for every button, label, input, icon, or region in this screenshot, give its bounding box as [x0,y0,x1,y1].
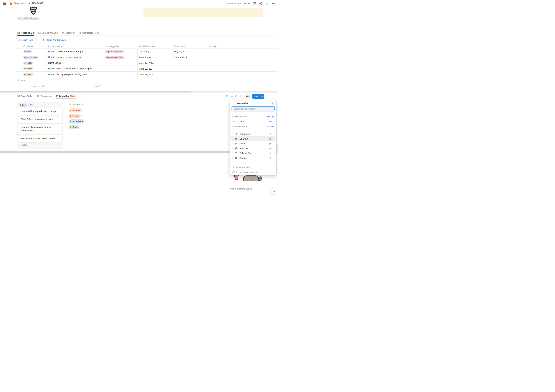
more-options-icon[interactable]: ••• [272,2,275,5]
hidden-group-planned[interactable]: Planned [69,108,82,113]
back-arrow-icon[interactable]: ← [232,102,235,105]
breadcrumb-page-title[interactable]: Content Calendar TEMPLATE [14,2,44,5]
search-icon[interactable] [235,95,238,98]
add-view-button[interactable]: + [80,94,82,99]
drag-handle-icon[interactable] [232,152,234,154]
eye-hidden-icon[interactable] [268,156,272,160]
column-header-post-name[interactable]: Aa Post Name [48,44,62,49]
comments-icon[interactable] [253,2,256,5]
pick-different-sticker-link[interactable]: Pick a different sticker [17,17,39,20]
publish-date-value[interactable]: June 14, 2024 [139,62,153,64]
group-status-pill[interactable]: Idea [19,104,28,107]
post-name-link[interactable]: How to make a contact form on Squarespac… [48,67,93,70]
drag-handle-icon[interactable] [232,147,234,150]
board-card[interactable]: How to make a contact form in Squarespac… [18,123,63,135]
property-row-post-url[interactable]: Post URL › [231,146,276,151]
tab-posts-to-do-2[interactable]: Posts To Do [17,94,33,99]
filter-icon[interactable] [225,95,228,98]
property-row-name[interactable]: Aa Name › [231,119,276,124]
publish-date-value[interactable]: Next Friday [139,56,151,58]
post-name-link[interactable]: Client Gifting [48,62,61,64]
sort-publish-date-pill[interactable]: ↑ Publish Date › [17,38,37,42]
tab-calendar[interactable]: Calendar [62,30,75,35]
share-button[interactable]: Share [243,2,249,5]
close-icon[interactable]: × [271,101,275,105]
expand-icon[interactable] [240,95,243,98]
eye-hidden-icon[interactable] [268,142,272,146]
property-row-status[interactable]: Status › [231,156,276,160]
eye-hidden-icon[interactable] [268,151,272,155]
table-row[interactable]: In progress How to add new products in a… [16,54,278,60]
status-pill[interactable]: To Do [23,67,33,70]
tab-board-by-status[interactable]: Board by Status [38,30,58,35]
property-search-input[interactable] [232,107,275,111]
eye-hidden-icon[interactable] [268,146,272,150]
count-calc[interactable]: COUNT 5 [93,83,101,89]
favorite-star-icon[interactable]: ☆ [265,2,269,5]
hidden-group-scheduled[interactable]: Scheduled [69,119,84,123]
post-name-link[interactable]: How to use Squarespace pinning block [48,73,87,76]
chevron-right-icon[interactable]: › [272,133,276,135]
show-all-button[interactable]: Show all [266,126,274,128]
status-pill[interactable]: In progress [23,56,38,59]
column-header-categories[interactable]: Categories [105,44,119,49]
chevron-right-icon[interactable]: › [272,143,276,145]
table-row[interactable]: To Do How to make a contact form on Squa… [16,66,278,71]
pick-different-sticker-link-bottom[interactable]: Pick a different sticker [230,188,252,190]
tab-completed[interactable]: Completed [37,94,51,99]
board-card[interactable]: Client Gifting: how much to spend [18,116,63,123]
property-row-publish-date[interactable]: Publish Date › [231,151,276,156]
board-new-card-button[interactable]: + New [20,143,27,146]
publish-date-value[interactable]: June 28, 2024 [139,73,153,76]
board-card[interactable]: How to add new products in a shop [18,108,63,115]
chevron-right-icon[interactable]: › [272,138,276,140]
view-options-ellipsis-button[interactable]: ••• [245,94,250,98]
new-entry-button[interactable]: New [252,94,264,99]
status-pill[interactable]: To Do [23,73,33,76]
column-header-publish-date[interactable]: Publish Date [139,44,155,49]
do-date-value[interactable]: May 27, 2024 [174,50,188,53]
publish-date-value[interactable]: Yesterday [139,50,149,53]
status-pill[interactable]: To Do [23,62,33,65]
vertical-scrollbar-thumb[interactable] [277,143,278,154]
property-row-do-date[interactable]: Do Date › [231,136,276,141]
table-row[interactable]: To Do How to use Squarespace pinning blo… [16,71,278,77]
status-filter-pill[interactable]: Status: Not Complete › [41,38,70,42]
column-header-notes[interactable]: Notes [208,44,218,49]
tab-completed-posts[interactable]: Completed Posts [79,30,99,35]
sort-icon[interactable] [230,95,233,98]
eye-visible-icon[interactable] [268,120,272,124]
history-clock-icon[interactable] [259,2,262,5]
hidden-group-done[interactable]: Done [69,125,79,129]
learn-about-properties-link[interactable]: ? Learn about properties [231,170,276,174]
table-new-row-button[interactable]: + New [16,77,278,83]
hide-all-button[interactable]: Hide all [267,116,274,118]
post-name-link[interactable]: How to contact Squarespace Support [48,50,85,53]
new-property-button[interactable]: + New property [231,165,276,170]
hamburger-menu-icon[interactable] [3,2,6,5]
complete-calc[interactable]: COMPLETE 0% [30,83,45,89]
drag-handle-icon[interactable] [232,143,234,145]
tab-board-by-status-2[interactable]: Board by Status [56,94,76,99]
drag-handle-icon[interactable] [232,138,234,140]
horizontal-scrollbar-thumb[interactable] [0,91,191,93]
hidden-group-editing[interactable]: Editing [69,114,81,118]
tab-posts-to-do[interactable]: Posts To Do [17,30,34,35]
status-pill[interactable]: Idea [23,50,32,53]
do-date-value[interactable]: June 3, 2024 [174,56,187,58]
drag-handle-icon[interactable] [232,157,234,159]
publish-date-value[interactable]: June 21, 2024 [139,68,153,70]
new-button-dropdown-chevron[interactable] [260,94,264,99]
property-row-notes[interactable]: Notes › [231,141,276,146]
post-name-link[interactable]: How to add new products in a shop [48,56,83,59]
page-puzzle-icon[interactable] [9,2,12,5]
eye-hidden-icon[interactable] [268,132,272,136]
property-row-categories[interactable]: Categories › [231,132,276,136]
board-card[interactable]: How to use Squarespace's pin block [18,135,63,143]
chevron-right-icon[interactable]: › [272,152,276,154]
column-header-status[interactable]: Status [23,44,33,49]
table-row[interactable]: Idea How to contact Squarespace Support … [16,49,278,54]
ai-sparkle-button[interactable] [270,188,277,194]
chevron-right-icon[interactable]: › [272,157,276,159]
category-tag[interactable]: Squarespace Tips [105,56,124,59]
